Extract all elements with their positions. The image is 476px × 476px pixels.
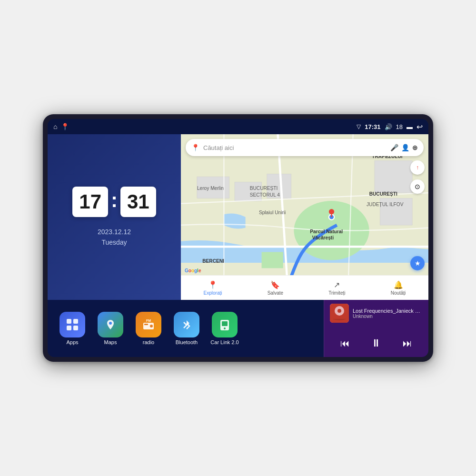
- music-title: Lost Frequencies_Janieck Devy-...: [353, 308, 423, 314]
- carlink-label: Car Link 2.0: [210, 339, 238, 345]
- home-icon[interactable]: ⌂: [53, 123, 57, 130]
- map-nav-send-label: Trimiteți: [328, 290, 345, 296]
- clock-colon: :: [111, 189, 118, 212]
- clock-date: 2023.12.12 Tuesday: [98, 227, 131, 248]
- device-screen: ⌂ 📍 ▽ 17:31 🔊 18 ▬ ↩ 17 :: [48, 119, 428, 357]
- map-nav-salvate[interactable]: 🔖 Salvate: [268, 280, 283, 296]
- map-layers-icon[interactable]: ⊕: [412, 144, 418, 151]
- maps-status-icon[interactable]: 📍: [61, 123, 69, 130]
- clock-panel: 17 : 31 2023.12.12 Tuesday: [48, 134, 181, 300]
- map-nav-explore-label: Explorați: [204, 290, 222, 296]
- music-player: Lost Frequencies_Janieck Devy-... Unknow…: [324, 300, 428, 357]
- device-frame: ⌂ 📍 ▽ 17:31 🔊 18 ▬ ↩ 17 :: [43, 114, 433, 362]
- svg-text:Splaiul Unirii: Splaiul Unirii: [259, 210, 286, 215]
- volume-icon: 🔊: [385, 123, 392, 130]
- maps-label: Maps: [104, 339, 117, 345]
- bluetooth-label: Bluetooth: [176, 339, 198, 345]
- bluetooth-icon: [174, 312, 199, 337]
- music-next-button[interactable]: ⏭: [399, 336, 416, 351]
- status-right: ▽ 17:31 🔊 18 ▬ ↩: [357, 122, 423, 131]
- svg-rect-32: [144, 324, 148, 325]
- svg-text:BUCUREȘTI: BUCUREȘTI: [369, 191, 397, 197]
- app-item-radio[interactable]: FM radio: [133, 312, 164, 345]
- back-icon[interactable]: ↩: [416, 122, 423, 131]
- status-bar: ⌂ 📍 ▽ 17:31 🔊 18 ▬ ↩: [48, 119, 428, 134]
- svg-text:JUDEȚUL ILFOV: JUDEȚUL ILFOV: [367, 202, 404, 207]
- map-search-icons: 🎤 👤 ⊕: [390, 144, 418, 151]
- svg-text:BERCENI: BERCENI: [202, 258, 224, 264]
- map-compass-button[interactable]: ↑: [410, 160, 425, 175]
- svg-rect-4: [235, 182, 262, 201]
- music-info: Lost Frequencies_Janieck Devy-... Unknow…: [353, 308, 423, 319]
- map-mic-icon[interactable]: 🎤: [390, 144, 398, 151]
- map-nav-news-label: Noutăți: [391, 290, 406, 296]
- svg-point-33: [150, 325, 153, 327]
- map-account-icon[interactable]: 👤: [401, 144, 409, 151]
- clock-display: 17 : 31: [72, 187, 156, 217]
- carlink-icon: [212, 312, 238, 337]
- svg-rect-38: [222, 321, 228, 326]
- status-time: 17:31: [365, 123, 380, 130]
- google-maps-pin-icon: 📍: [191, 144, 199, 151]
- radio-label: radio: [143, 339, 154, 345]
- map-nav-saved-icon: 🔖: [270, 280, 280, 289]
- music-artist: Unknown: [353, 314, 423, 319]
- svg-line-35: [184, 322, 187, 325]
- music-prev-button[interactable]: ⏮: [337, 336, 354, 351]
- map-navigation-button[interactable]: ★: [410, 256, 425, 270]
- svg-rect-26: [67, 319, 71, 324]
- svg-point-25: [329, 209, 334, 214]
- svg-line-36: [184, 325, 187, 328]
- music-play-pause-button[interactable]: ⏸: [367, 335, 385, 351]
- next-icon: ⏭: [403, 338, 412, 348]
- map-nav-trimiteti[interactable]: ↗ Trimiteți: [328, 280, 345, 296]
- svg-point-42: [337, 309, 341, 313]
- svg-rect-27: [73, 319, 78, 324]
- map-search-text: Căutați aici: [203, 144, 387, 151]
- prev-icon: ⏮: [340, 338, 350, 348]
- map-nav-explorare[interactable]: 📍 Explorați: [204, 280, 222, 296]
- map-location-button[interactable]: ⊙: [410, 179, 425, 194]
- svg-text:BUCUREȘTI: BUCUREȘTI: [250, 186, 278, 191]
- play-pause-icon: ⏸: [371, 337, 381, 349]
- app-item-maps[interactable]: Maps: [95, 312, 126, 345]
- maps-icon: [98, 312, 123, 337]
- svg-text:Leroy Merlin: Leroy Merlin: [197, 186, 224, 191]
- map-nav-saved-label: Salvate: [268, 290, 283, 296]
- apps-label: Apps: [66, 339, 78, 345]
- app-item-carlink[interactable]: Car Link 2.0: [209, 312, 240, 345]
- svg-text:SECTORUL 4: SECTORUL 4: [250, 192, 280, 198]
- google-logo: Google: [185, 268, 201, 273]
- top-section: 17 : 31 2023.12.12 Tuesday: [48, 134, 428, 300]
- map-nav-send-icon: ↗: [334, 280, 340, 289]
- radio-icon: FM: [136, 312, 161, 337]
- music-info-row: Lost Frequencies_Janieck Devy-... Unknow…: [330, 304, 423, 323]
- clock-minute: 31: [120, 187, 156, 217]
- app-item-bluetooth[interactable]: Bluetooth: [171, 312, 202, 345]
- app-item-apps[interactable]: Apps: [57, 312, 88, 345]
- map-search-bar[interactable]: 📍 Căutați aici 🎤 👤 ⊕: [186, 139, 424, 156]
- map-bottom-nav: 📍 Explorați 🔖 Salvate ↗ Trimiteți 🔔: [181, 275, 428, 300]
- main-content: 17 : 31 2023.12.12 Tuesday: [48, 134, 428, 357]
- bottom-section: Apps Maps: [48, 300, 428, 357]
- signal-icon: ▽: [357, 123, 361, 130]
- svg-rect-28: [67, 326, 71, 330]
- map-panel[interactable]: TRAPEZULUI BUCUREȘTI JUDEȚUL ILFOV BERCE…: [181, 134, 428, 300]
- apps-icon: [60, 312, 85, 337]
- music-controls: ⏮ ⏸ ⏭: [330, 333, 423, 353]
- status-left: ⌂ 📍: [53, 123, 69, 130]
- svg-point-39: [224, 327, 226, 329]
- battery-icon: ▬: [407, 123, 413, 130]
- map-nav-news-icon: 🔔: [394, 280, 403, 289]
- map-nav-noutati[interactable]: 🔔 Noutăți: [391, 280, 406, 296]
- svg-text:Parcul Natural: Parcul Natural: [310, 229, 343, 234]
- svg-text:FM: FM: [146, 319, 151, 322]
- map-nav-explore-icon: 📍: [208, 280, 218, 289]
- apps-tray: Apps Maps: [48, 300, 324, 357]
- svg-text:Văcărești: Văcărești: [312, 235, 334, 240]
- svg-rect-2: [262, 252, 283, 268]
- volume-level: 18: [396, 123, 403, 130]
- music-thumbnail: [330, 304, 349, 323]
- svg-point-30: [109, 322, 112, 325]
- svg-rect-6: [375, 160, 412, 193]
